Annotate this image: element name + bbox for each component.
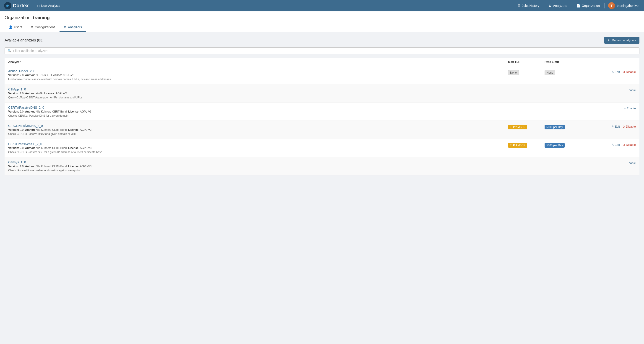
tab-users-label: Users [14, 25, 22, 29]
edit-button[interactable]: ✎ Edit [612, 125, 620, 128]
tab-analyzers-label: Analyzers [68, 25, 82, 29]
analyzer-meta: Version: 1.0 Author: etz69 License: AGPL… [8, 92, 508, 95]
analyzer-name[interactable]: Abuse_Finder_2_0 [8, 69, 35, 73]
refresh-icon: ↻ [608, 38, 610, 42]
user-section[interactable]: T training/thehive [606, 1, 640, 10]
analyzers-nav-label: Analyzers [553, 4, 567, 7]
tab-users[interactable]: 👤 Users [4, 23, 26, 32]
edit-button[interactable]: ✎ Edit [612, 70, 620, 74]
brand-text: Cortex [13, 3, 29, 9]
analyzer-desc: Find abuse contacts associated with doma… [8, 78, 508, 81]
tlp-badge: None [508, 70, 519, 75]
analyzer-meta: Version: 2.0 Author: Nils Kuhnert, CERT-… [8, 110, 508, 113]
analyzers-nav-link[interactable]: ⚙ Analyzers [546, 2, 570, 9]
search-container: 🔍 [4, 47, 640, 54]
analyzer-row-inner: Abuse_Finder_2_0 Version: 2.0 Author: CE… [8, 69, 636, 81]
col-rate-limit: Rate Limit [544, 60, 590, 63]
table-header: Analyzer Max TLP Rate Limit [4, 58, 640, 66]
nav-divider-2 [572, 3, 572, 8]
analyzer-meta: Version: 2.0 Author: Nils Kuhnert, CERT-… [8, 146, 508, 150]
content: Available analyzers (83) ↻ Refresh analy… [0, 32, 644, 180]
analyzer-info: CERTatPassiveDNS_2_0 Version: 2.0 Author… [8, 106, 508, 117]
cortex-logo-icon [4, 1, 12, 10]
analyzer-meta: Version: 2.0 Author: Nils Kuhnert, CERT-… [8, 128, 508, 131]
rate-badge: 5000 per Day [544, 143, 565, 148]
analyzer-name[interactable]: Censys_1_0 [8, 160, 26, 164]
analyzer-name[interactable]: C1fApp_1_0 [8, 87, 26, 91]
actions-cell: + Enable [590, 87, 636, 92]
analyzer-name[interactable]: CERTatPassiveDNS_2_0 [8, 106, 44, 109]
disable-button[interactable]: ⊘ Disable [622, 125, 636, 128]
rate-cell: 5000 per Day [544, 142, 590, 148]
users-icon: 👤 [9, 25, 12, 29]
rate-cell [544, 87, 590, 88]
navbar-right: ☰ Jobs History ⚙ Analyzers 📄 Organizatio… [515, 1, 640, 10]
rate-cell: 5000 per Day [544, 124, 590, 129]
tlp-cell [508, 106, 544, 107]
rate-cell [544, 106, 590, 107]
table-row: CIRCLPassiveSSL_2_0 Version: 2.0 Author:… [4, 139, 640, 157]
analyzer-info: C1fApp_1_0 Version: 1.0 Author: etz69 Li… [8, 87, 508, 99]
analyzer-info: CIRCLPassiveDNS_2_0 Version: 2.0 Author:… [8, 124, 508, 136]
rate-cell [544, 160, 590, 161]
analyzer-row-inner: CIRCLPassiveDNS_2_0 Version: 2.0 Author:… [8, 124, 636, 136]
brand-logo[interactable]: Cortex [4, 1, 29, 10]
table-row: CIRCLPassiveDNS_2_0 Version: 2.0 Author:… [4, 121, 640, 139]
tab-analyzers[interactable]: ⚙ Analyzers [60, 23, 86, 32]
analyzer-meta: Version: 2.0 Author: CERT-BDF License: A… [8, 74, 508, 77]
jobs-history-link[interactable]: ☰ Jobs History [515, 2, 542, 9]
organization-nav-link[interactable]: 📄 Organization [574, 2, 602, 9]
tlp-cell: None [508, 69, 544, 75]
actions-cell: + Enable [590, 106, 636, 110]
table-row: C1fApp_1_0 Version: 1.0 Author: etz69 Li… [4, 84, 640, 102]
analyzer-name[interactable]: CIRCLPassiveDNS_2_0 [8, 124, 43, 128]
enable-button[interactable]: + Enable [624, 88, 636, 92]
enable-button[interactable]: + Enable [624, 161, 636, 165]
jobs-history-label: Jobs History [522, 4, 539, 7]
search-input[interactable] [13, 49, 636, 53]
analyzer-name[interactable]: CIRCLPassiveSSL_2_0 [8, 142, 42, 146]
tlp-cell [508, 160, 544, 161]
analyzer-desc: Check CIRCL's Passive SSL for a given IP… [8, 151, 508, 154]
analyzer-row-inner: CIRCLPassiveSSL_2_0 Version: 2.0 Author:… [8, 142, 636, 154]
analyzer-info: Censys_1_0 Version: 1.0 Author: Nils Kuh… [8, 160, 508, 172]
configurations-icon: ⚙ [30, 25, 34, 29]
edit-button[interactable]: ✎ Edit [612, 143, 620, 146]
available-count: Available analyzers (83) [4, 38, 43, 42]
table-row: Abuse_Finder_2_0 Version: 2.0 Author: CE… [4, 66, 640, 84]
refresh-analyzers-button[interactable]: ↻ Refresh analyzers [604, 37, 640, 44]
actions-cell: ✎ Edit ⊘ Disable [590, 69, 636, 74]
actions-cell: ✎ Edit ⊘ Disable [590, 124, 636, 128]
jobs-history-icon: ☰ [518, 4, 520, 7]
tlp-badge: TLP:AMBER [508, 125, 527, 129]
analyzer-info: Abuse_Finder_2_0 Version: 2.0 Author: CE… [8, 69, 508, 81]
enable-button[interactable]: + Enable [624, 107, 636, 110]
col-max-tlp: Max TLP [508, 60, 544, 63]
analyzer-row-inner: CERTatPassiveDNS_2_0 Version: 2.0 Author… [8, 106, 636, 117]
analyzer-desc: Check CIRCL's Passive DNS for a given do… [8, 132, 508, 136]
svg-point-1 [7, 5, 9, 6]
navbar: Cortex + + New Analysis ☰ Jobs History ⚙… [0, 0, 644, 11]
analyzer-row-inner: C1fApp_1_0 Version: 1.0 Author: etz69 Li… [8, 87, 636, 99]
search-icon: 🔍 [8, 49, 12, 53]
analyzers-tab-icon: ⚙ [64, 25, 66, 29]
analyzer-row-inner: Censys_1_0 Version: 1.0 Author: Nils Kuh… [8, 160, 636, 172]
new-analysis-label: + New Analysis [38, 4, 60, 7]
new-analysis-button[interactable]: + + New Analysis [34, 2, 62, 9]
rate-badge: None [544, 70, 555, 75]
actions-cell: ✎ Edit ⊘ Disable [590, 142, 636, 146]
tlp-cell: TLP:AMBER [508, 142, 544, 148]
actions-cell: + Enable [590, 160, 636, 165]
tabs: 👤 Users ⚙ Configurations ⚙ Analyzers [4, 23, 640, 32]
analyzer-desc: Checks CERT.at Passive DNS for a given d… [8, 114, 508, 117]
disable-button[interactable]: ⊘ Disable [622, 70, 636, 74]
page-header: Organization: training 👤 Users ⚙ Configu… [0, 11, 644, 32]
tab-configurations[interactable]: ⚙ Configurations [26, 23, 60, 32]
col-actions [590, 60, 636, 63]
rate-cell: None [544, 69, 590, 75]
user-label: training/thehive [617, 4, 638, 7]
analyzer-list: Abuse_Finder_2_0 Version: 2.0 Author: CE… [4, 66, 640, 175]
tlp-badge: TLP:AMBER [508, 143, 527, 148]
organization-nav-icon: 📄 [576, 4, 580, 7]
disable-button[interactable]: ⊘ Disable [622, 143, 636, 146]
